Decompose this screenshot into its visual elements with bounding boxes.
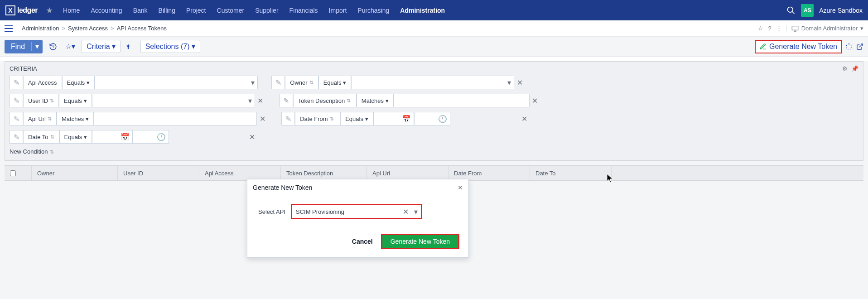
close-icon[interactable]: ✕: [458, 184, 463, 191]
value-input[interactable]: [94, 112, 257, 125]
operator-select[interactable]: Equals ▾: [59, 130, 92, 144]
criteria-dropdown[interactable]: Criteria▾: [82, 40, 121, 53]
chevron-down-icon: ▾: [192, 42, 195, 51]
tenant-name[interactable]: Azure Sandbox: [819, 7, 863, 14]
brand-logo[interactable]: X ledger: [5, 5, 38, 15]
breadcrumb-1[interactable]: Administration: [22, 25, 59, 32]
edit-icon[interactable]: ✎: [10, 76, 23, 89]
operator-select[interactable]: Matches ▾: [57, 112, 94, 125]
nav-financials[interactable]: Financials: [284, 0, 323, 20]
col-api-url[interactable]: Api Url: [367, 166, 448, 180]
operator-select[interactable]: Equals ▾: [318, 76, 352, 89]
role-dropdown[interactable]: Domain Administrator ▾: [786, 25, 863, 32]
find-caret-icon[interactable]: ▾: [31, 42, 43, 51]
col-date-from[interactable]: Date From: [448, 166, 530, 180]
col-api-access[interactable]: Api Access: [199, 166, 281, 180]
chevron-down-icon: ▾: [251, 78, 255, 87]
field-label[interactable]: Token Description ⇅: [293, 94, 357, 107]
nav-accounting[interactable]: Accounting: [85, 0, 127, 20]
sort-icon[interactable]: ⇅: [330, 117, 334, 121]
nav-supplier[interactable]: Supplier: [250, 0, 284, 20]
chevron-down-icon[interactable]: ▾: [411, 207, 421, 216]
value-input[interactable]: [394, 94, 530, 107]
generate-token-button[interactable]: Generate New Token: [755, 40, 842, 53]
field-label[interactable]: Api Url ⇅: [23, 112, 57, 125]
help-icon[interactable]: ?: [768, 25, 771, 32]
search-icon[interactable]: [786, 6, 796, 15]
select-all-checkbox[interactable]: [5, 166, 32, 180]
edit-icon[interactable]: ✎: [281, 112, 295, 125]
breadcrumb-2[interactable]: System Access: [68, 25, 108, 32]
nav-project[interactable]: Project: [181, 0, 212, 20]
field-label[interactable]: Date From ⇅: [295, 112, 340, 125]
sort-icon[interactable]: ⇅: [309, 81, 313, 84]
clear-icon[interactable]: ✕: [401, 207, 411, 216]
date-input[interactable]: 📅: [373, 112, 414, 125]
menu-icon[interactable]: [5, 25, 13, 32]
remove-icon[interactable]: ✕: [450, 115, 527, 123]
breadcrumb-3[interactable]: API Access Tokens: [117, 25, 167, 32]
find-label: Find: [5, 43, 31, 51]
time-input[interactable]: 🕒: [414, 112, 450, 125]
col-owner[interactable]: Owner: [32, 166, 118, 180]
history-icon[interactable]: [47, 43, 59, 51]
operator-select[interactable]: Matches ▾: [357, 94, 394, 107]
svg-point-9: [851, 44, 852, 45]
field-label[interactable]: Date To ⇅: [23, 130, 59, 144]
pin-icon[interactable]: [125, 43, 131, 50]
new-condition-button[interactable]: New Condition ⇅: [10, 148, 858, 155]
edit-icon[interactable]: ✎: [280, 94, 293, 107]
value-input[interactable]: ▾: [92, 94, 255, 107]
edit-icon[interactable]: ✎: [271, 76, 285, 89]
remove-icon[interactable]: ✕: [257, 115, 268, 123]
remove-icon[interactable]: ✕: [514, 78, 525, 87]
spinner-icon: [845, 43, 853, 50]
remove-icon[interactable]: ✕: [530, 96, 540, 105]
favorite-star-icon[interactable]: ★: [46, 5, 53, 15]
pin-icon[interactable]: 📌: [851, 65, 858, 72]
nav-purchasing[interactable]: Purchasing: [352, 0, 395, 20]
field-label[interactable]: Owner ⇅: [285, 76, 318, 89]
star-dropdown-icon[interactable]: ☆▾: [63, 42, 77, 51]
selections-dropdown[interactable]: Selections (7)▾: [140, 40, 200, 53]
sort-icon[interactable]: ⇅: [50, 99, 54, 102]
nav-home[interactable]: Home: [58, 0, 85, 20]
nav-bank[interactable]: Bank: [128, 0, 153, 20]
select-api-dropdown[interactable]: SCIM Provisioning ✕ ▾: [291, 204, 422, 219]
kebab-icon[interactable]: ⋮: [776, 25, 782, 32]
edit-icon[interactable]: ✎: [10, 112, 23, 125]
star-outline-icon[interactable]: ☆: [758, 25, 763, 32]
operator-select[interactable]: Equals ▾: [62, 76, 95, 89]
checkbox[interactable]: [10, 170, 16, 176]
col-date-to[interactable]: Date To: [530, 166, 612, 180]
avatar[interactable]: AS: [801, 4, 814, 17]
sort-icon[interactable]: ⇅: [50, 135, 54, 139]
date-input[interactable]: 📅: [92, 130, 133, 144]
value-input[interactable]: ▾: [351, 76, 514, 89]
generate-token-submit-button[interactable]: Generate New Token: [381, 234, 459, 249]
operator-select[interactable]: Equals ▾: [340, 112, 373, 125]
value-input[interactable]: ▾: [95, 76, 258, 89]
clock-icon: 🕒: [438, 115, 447, 123]
operator-select[interactable]: Equals ▾: [59, 94, 92, 107]
remove-icon[interactable]: ✕: [169, 133, 255, 141]
edit-icon[interactable]: ✎: [10, 130, 23, 144]
col-user-id[interactable]: User ID: [118, 166, 199, 180]
sort-icon[interactable]: ⇅: [48, 117, 52, 121]
external-link-icon[interactable]: [856, 43, 863, 50]
nav-import[interactable]: Import: [323, 0, 352, 20]
time-input[interactable]: 🕒: [133, 130, 169, 144]
edit-icon[interactable]: ✎: [10, 94, 23, 107]
gear-icon[interactable]: ⚙: [842, 65, 848, 72]
find-button[interactable]: Find ▾: [5, 40, 43, 53]
field-label[interactable]: Api Access: [23, 76, 62, 89]
nav-customer[interactable]: Customer: [212, 0, 250, 20]
cancel-button[interactable]: Cancel: [352, 234, 373, 249]
col-token-description[interactable]: Token Description: [281, 166, 367, 180]
field-label[interactable]: User ID ⇅: [23, 94, 59, 107]
remove-icon[interactable]: ✕: [255, 96, 266, 105]
nav-billing[interactable]: Billing: [153, 0, 181, 20]
sort-icon[interactable]: ⇅: [347, 99, 351, 102]
nav-administration[interactable]: Administration: [395, 0, 450, 20]
chevron-down-icon: ▾: [86, 116, 89, 122]
